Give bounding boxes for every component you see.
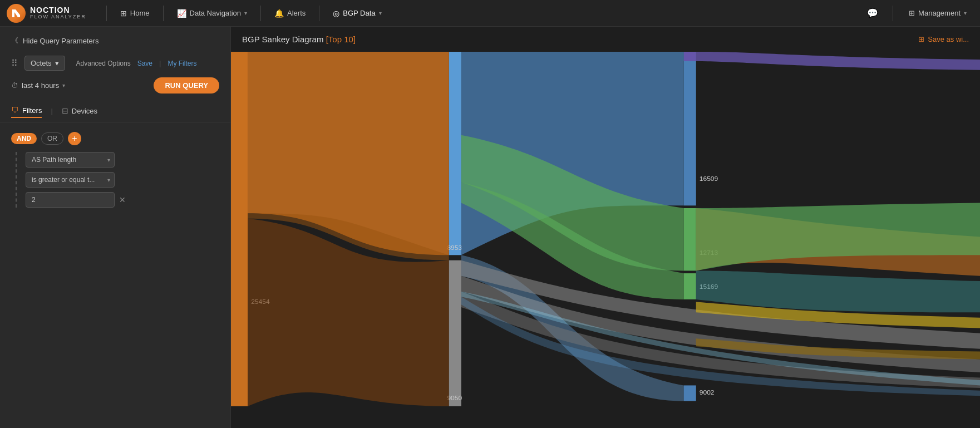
hide-chevron-icon: 《 xyxy=(11,36,18,46)
node-mid-blue-top xyxy=(449,52,461,255)
devices-icon: ⊟ xyxy=(62,106,68,115)
node-15169 xyxy=(684,273,696,299)
filter-op-wrapper: is greater or equal t... ▾ xyxy=(26,172,115,188)
nav-right: 💬 ⊞ Management ▾ xyxy=(861,4,973,22)
filter-row-value: ✕ xyxy=(26,192,219,208)
comment-btn[interactable]: 💬 xyxy=(861,4,884,22)
panel-controls: ⠿ Octets ▾ Advanced Options Save | My Fi… xyxy=(0,51,230,75)
tab-divider: | xyxy=(51,107,52,115)
node-mid-gray xyxy=(449,260,461,406)
node-16509 xyxy=(684,52,696,205)
tab-devices[interactable]: ⊟ Devices xyxy=(62,104,97,117)
sankey-diagram: 25454 8953 9050 16509 xyxy=(231,52,980,422)
add-filter-button[interactable]: + xyxy=(68,132,81,145)
save-link[interactable]: Save xyxy=(137,60,152,67)
bell-icon: 🔔 xyxy=(274,9,284,18)
filter-field-select[interactable]: AS Path length xyxy=(26,152,115,168)
time-range-btn[interactable]: ⏱ last 4 hours ▾ xyxy=(11,81,65,90)
filter-clear-button[interactable]: ✕ xyxy=(119,195,126,204)
management-icon: ⊞ xyxy=(909,9,915,17)
filter-field-wrapper: AS Path length ▾ xyxy=(26,152,115,168)
chart-icon: 📈 xyxy=(177,9,186,18)
chart-header: BGP Sankey Diagram [Top 10] ⊞ Save as wi… xyxy=(231,27,980,52)
chart-title: BGP Sankey Diagram [Top 10] xyxy=(242,35,356,44)
filter-group: AS Path length ▾ is greater or equal t..… xyxy=(16,152,219,208)
nav-divider-3 xyxy=(260,6,261,21)
filter-row-field: AS Path length ▾ xyxy=(26,152,219,168)
run-query-button[interactable]: RUN QUERY xyxy=(154,77,219,94)
save-widget-button[interactable]: ⊞ Save as wi... xyxy=(918,35,969,43)
label-8953: 8953 xyxy=(447,244,462,251)
node-12713 xyxy=(684,208,696,270)
save-widget-icon: ⊞ xyxy=(918,35,924,43)
main-layout: 《 Hide Query Parameters ⠿ Octets ▾ Advan… xyxy=(0,27,980,428)
filter-value-input[interactable] xyxy=(26,192,115,208)
hide-query-btn[interactable]: Hide Query Parameters xyxy=(23,37,99,45)
dropdown-arrow: ▾ xyxy=(244,10,247,16)
bgp-dropdown-arrow: ▾ xyxy=(379,10,382,16)
nav-bgp-data[interactable]: ◎ BGP Data ▾ xyxy=(326,6,388,21)
time-row: ⏱ last 4 hours ▾ RUN QUERY xyxy=(0,75,230,99)
node-25454 xyxy=(231,52,248,406)
tab-filters[interactable]: ⛉ Filters xyxy=(11,104,42,118)
label-16509: 16509 xyxy=(700,175,718,183)
logo-icon xyxy=(7,4,26,23)
nav-home[interactable]: ⊞ Home xyxy=(114,6,156,21)
label-9002: 9002 xyxy=(700,389,715,396)
nav-divider-2 xyxy=(163,6,164,21)
left-panel: 《 Hide Query Parameters ⠿ Octets ▾ Advan… xyxy=(0,27,231,428)
mgmt-arrow: ▾ xyxy=(964,10,967,16)
logo-area[interactable]: NOCTION FLOW ANALYZER xyxy=(7,4,86,23)
nav-divider-5 xyxy=(893,6,893,21)
my-filters-link[interactable]: My Filters xyxy=(168,60,196,67)
drag-handle-icon: ⠿ xyxy=(11,58,18,68)
octets-dropdown[interactable]: Octets ▾ xyxy=(24,56,65,71)
filter-op-select[interactable]: is greater or equal t... xyxy=(26,172,115,188)
label-9050: 9050 xyxy=(447,394,462,401)
node-9002 xyxy=(684,385,696,401)
nav-data-navigation[interactable]: 📈 Data Navigation ▾ xyxy=(170,6,254,21)
filter-devices-row: ⛉ Filters | ⊟ Devices xyxy=(0,99,230,123)
logo-text: NOCTION FLOW ANALYZER xyxy=(30,6,86,20)
clock-icon: ⏱ xyxy=(11,81,18,90)
filter-row-op: is greater or equal t... ▾ xyxy=(26,172,219,188)
and-or-row: AND OR + xyxy=(11,132,219,145)
home-icon: ⊞ xyxy=(120,9,127,18)
nav-divider-1 xyxy=(106,6,107,21)
top-nav: NOCTION FLOW ANALYZER ⊞ Home 📈 Data Navi… xyxy=(0,0,980,27)
nav-alerts[interactable]: 🔔 Alerts xyxy=(268,6,312,21)
sankey-svg: 25454 8953 9050 16509 xyxy=(231,52,980,422)
or-button[interactable]: OR xyxy=(41,132,63,145)
bgp-icon: ◎ xyxy=(333,9,339,18)
time-arrow-icon: ▾ xyxy=(62,82,65,88)
right-content: BGP Sankey Diagram [Top 10] ⊞ Save as wi… xyxy=(231,27,980,428)
filter-body: AND OR + AS Path length ▾ is g xyxy=(0,123,230,428)
node-16509-purple xyxy=(684,52,696,61)
and-button[interactable]: AND xyxy=(11,133,37,144)
filter-funnel-icon: ⛉ xyxy=(11,106,19,115)
octets-arrow-icon: ▾ xyxy=(55,59,59,67)
nav-divider-4 xyxy=(319,6,319,21)
panel-header: 《 Hide Query Parameters xyxy=(0,27,230,51)
management-btn[interactable]: ⊞ Management ▾ xyxy=(902,6,973,21)
advanced-options-link[interactable]: Advanced Options xyxy=(76,60,131,67)
